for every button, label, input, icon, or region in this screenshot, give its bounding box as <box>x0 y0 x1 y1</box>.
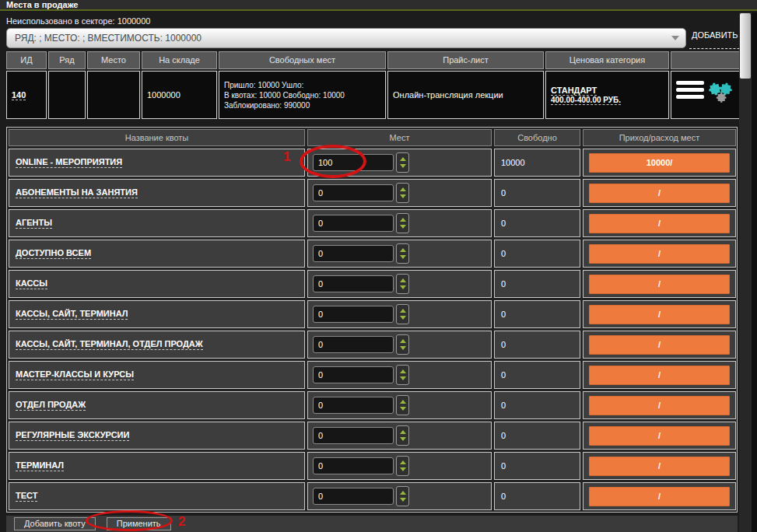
quota-flow-button[interactable]: / <box>589 396 730 415</box>
price-category-link[interactable]: СТАНДАРТ <box>551 86 597 96</box>
spinner-up-icon[interactable] <box>400 400 406 404</box>
spinner-up-icon[interactable] <box>400 278 406 282</box>
price-range-link[interactable]: 400.00-400.00 РУБ. <box>551 96 621 105</box>
page-title: Места в продаже <box>0 0 757 10</box>
quota-name-link[interactable]: ТЕРМИНАЛ <box>16 460 64 471</box>
quota-name-cell: КАССЫ, САЙТ, ТЕРМИНАЛ, ОТДЕЛ ПРОДАЖ <box>9 331 305 359</box>
quota-row: ТЕРМИНАЛ 0 / <box>9 452 735 480</box>
add-button[interactable]: ДОБАВИТЬ <box>692 30 738 40</box>
quota-flow-button[interactable]: / <box>589 275 730 294</box>
quota-seats-spinner[interactable] <box>396 243 409 264</box>
spinner-up-icon[interactable] <box>400 187 406 191</box>
quota-seats-input[interactable] <box>313 336 394 353</box>
quota-name-link[interactable]: АГЕНТЫ <box>16 218 52 229</box>
spinner-up-icon[interactable] <box>400 369 406 373</box>
quota-rows: ONLINE - МЕРОПРИЯТИЯ 10000 10000/ АБОНЕМ… <box>9 149 735 510</box>
quota-row: ОТДЕЛ ПРОДАЖ 0 / <box>9 391 735 419</box>
spinner-up-icon[interactable] <box>400 339 406 343</box>
quota-seats-input[interactable] <box>313 366 394 383</box>
quota-name-link[interactable]: МАСТЕР-КЛАССЫ И КУРСЫ <box>16 369 134 380</box>
sector-id-link[interactable]: 140 <box>12 90 26 100</box>
quota-seats-input[interactable] <box>313 275 394 292</box>
seats-on-sale-page: Места в продаже Неиспользовано в секторе… <box>0 0 757 532</box>
spinner-down-icon[interactable] <box>400 225 406 229</box>
quota-seats-spinner[interactable] <box>396 274 409 294</box>
spinner-down-icon[interactable] <box>400 437 406 441</box>
quota-name-link[interactable]: АБОНЕМЕНТЫ НА ЗАНЯТИЯ <box>16 187 138 198</box>
quota-row: АБОНЕМЕНТЫ НА ЗАНЯТИЯ 0 / <box>9 179 735 207</box>
add-quota-button[interactable]: Добавить квоту <box>14 517 96 530</box>
quota-seats-spinner[interactable] <box>396 486 409 506</box>
quota-seats-input[interactable] <box>313 488 394 505</box>
spinner-down-icon[interactable] <box>400 498 406 502</box>
quota-flow-button[interactable]: 10000/ <box>589 153 730 173</box>
quota-flow-button[interactable]: / <box>589 335 730 355</box>
spinner-up-icon[interactable] <box>400 157 406 161</box>
spinner-up-icon[interactable] <box>400 309 406 313</box>
quota-flow-cell: / <box>583 391 736 419</box>
sector-seat-cell <box>87 71 140 119</box>
quota-name-link[interactable]: ONLINE - МЕРОПРИЯТИЯ <box>16 157 122 168</box>
quota-seats-spinner[interactable] <box>396 334 409 355</box>
quota-flow-button[interactable]: / <box>589 426 730 446</box>
quota-seats-input[interactable] <box>313 427 394 444</box>
spinner-up-icon[interactable] <box>400 218 406 222</box>
spinner-down-icon[interactable] <box>400 285 406 289</box>
seat-select-dropdown[interactable]: РЯД: ; МЕСТО: ; ВМЕСТИМОСТЬ: 1000000 <box>6 28 686 48</box>
quota-seats-spinner[interactable] <box>396 425 409 446</box>
quota-seats-spinner[interactable] <box>396 365 409 385</box>
scrollbar-thumb[interactable] <box>740 13 751 79</box>
quota-seats-input[interactable] <box>313 397 394 414</box>
col-header-free: Свободно <box>494 129 580 146</box>
quota-seats-cell <box>307 209 492 237</box>
quota-name-link[interactable]: КАССЫ <box>16 278 47 289</box>
annotation-number-1: 1 <box>283 149 290 165</box>
quota-seats-input[interactable] <box>313 215 394 232</box>
spinner-down-icon[interactable] <box>400 316 406 320</box>
spinner-down-icon[interactable] <box>400 346 406 350</box>
quota-seats-input[interactable] <box>313 245 394 262</box>
quota-seats-spinner[interactable] <box>396 213 409 233</box>
quota-seats-spinner[interactable] <box>396 395 409 415</box>
quota-name-link[interactable]: КАССЫ, САЙТ, ТЕРМИНАЛ, ОТДЕЛ ПРОДАЖ <box>16 339 203 350</box>
quota-name-cell: РЕГУЛЯРНЫЕ ЭКСКУРСИИ <box>9 422 305 450</box>
quota-seats-spinner[interactable] <box>396 152 409 173</box>
col-header-seats: Мест <box>307 129 492 146</box>
quota-seats-cell <box>307 452 492 480</box>
quota-row: ТЕСТ 0 / <box>9 482 735 510</box>
spinner-up-icon[interactable] <box>400 430 406 434</box>
quota-name-link[interactable]: КАССЫ, САЙТ, ТЕРМИНАЛ <box>16 309 128 320</box>
quota-row: РЕГУЛЯРНЫЕ ЭКСКУРСИИ 0 / <box>9 422 735 450</box>
spinner-down-icon[interactable] <box>400 164 406 168</box>
sector-row-cell <box>48 71 86 119</box>
quota-seats-input[interactable] <box>313 306 394 323</box>
spinner-down-icon[interactable] <box>400 255 406 259</box>
quota-seats-spinner[interactable] <box>396 183 409 203</box>
spinner-up-icon[interactable] <box>400 460 406 464</box>
quota-seats-spinner[interactable] <box>396 304 409 324</box>
quota-seats-spinner[interactable] <box>396 456 409 476</box>
quota-flow-button[interactable]: / <box>589 244 730 264</box>
quota-flow-button[interactable]: / <box>589 214 730 233</box>
spinner-down-icon[interactable] <box>400 376 406 380</box>
quota-seats-input[interactable] <box>313 457 394 474</box>
spinner-down-icon[interactable] <box>400 194 406 198</box>
puzzle-pieces-icon[interactable] <box>709 79 735 110</box>
quota-name-link[interactable]: ДОСТУПНО ВСЕМ <box>16 248 91 259</box>
quota-flow-button[interactable]: / <box>589 184 730 203</box>
spinner-down-icon[interactable] <box>400 407 406 411</box>
spinner-up-icon[interactable] <box>400 248 406 252</box>
quota-name-link[interactable]: ОТДЕЛ ПРОДАЖ <box>16 400 86 411</box>
vertical-scrollbar[interactable] <box>739 12 752 532</box>
menu-icon[interactable] <box>676 79 704 99</box>
quota-seats-input[interactable] <box>313 184 394 201</box>
spinner-up-icon[interactable] <box>400 491 406 495</box>
quota-flow-button[interactable]: / <box>589 366 730 385</box>
quota-flow-button[interactable]: / <box>589 305 730 324</box>
spinner-down-icon[interactable] <box>400 467 406 471</box>
quota-name-link[interactable]: ТЕСТ <box>16 491 37 502</box>
quota-flow-cell: 10000/ <box>583 149 736 177</box>
quota-flow-button[interactable]: / <box>589 457 730 476</box>
quota-flow-button[interactable]: / <box>589 487 730 506</box>
quota-name-link[interactable]: РЕГУЛЯРНЫЕ ЭКСКУРСИИ <box>16 430 129 441</box>
